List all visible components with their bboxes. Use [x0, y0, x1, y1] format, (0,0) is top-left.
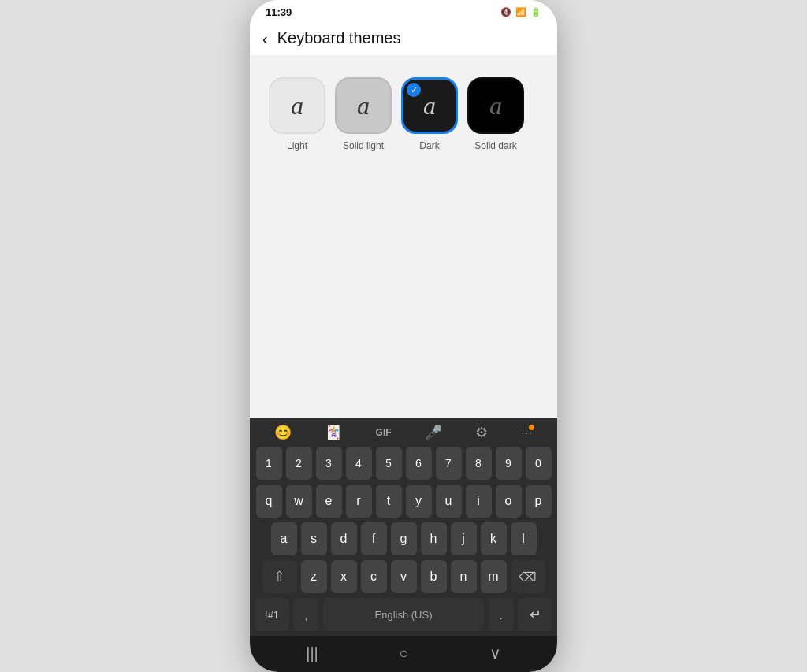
theme-item-solid-light[interactable]: a Solid light — [335, 77, 392, 151]
theme-letter-solid-light: a — [357, 91, 370, 121]
header: ‹ Keyboard themes — [250, 21, 557, 55]
comma-key[interactable]: , — [293, 598, 319, 631]
theme-letter-solid-dark: a — [489, 91, 502, 121]
backspace-key[interactable]: ⌫ — [511, 560, 545, 593]
signal-icon: 🔇 — [500, 7, 511, 17]
key-m[interactable]: m — [481, 560, 507, 593]
enter-key[interactable]: ↵ — [518, 598, 552, 631]
status-bar: 11:39 🔇 📶 🔋 — [250, 0, 557, 21]
sticker-icon[interactable]: 🃏 — [325, 424, 342, 441]
key-p[interactable]: p — [526, 485, 552, 518]
theme-label-solid-light: Solid light — [343, 140, 384, 151]
theme-preview-light: a — [269, 77, 325, 134]
key-z[interactable]: z — [301, 560, 327, 593]
key-s[interactable]: s — [301, 522, 327, 555]
key-e[interactable]: e — [316, 485, 342, 518]
page-title: Keyboard themes — [277, 29, 401, 47]
theme-preview-dark: ✓ a — [401, 77, 458, 134]
key-x[interactable]: x — [331, 560, 357, 593]
key-3[interactable]: 3 — [316, 447, 342, 480]
voice-icon[interactable]: 🎤 — [425, 424, 442, 441]
space-row: !#1 , English (US) . ↵ — [250, 596, 557, 636]
key-t[interactable]: t — [376, 485, 402, 518]
key-0[interactable]: 0 — [526, 447, 552, 480]
key-h[interactable]: h — [421, 522, 447, 555]
gif-icon[interactable]: GIF — [376, 427, 392, 438]
nav-bar: ||| ○ ∨ — [250, 636, 557, 672]
theme-letter-dark: a — [423, 91, 436, 121]
key-9[interactable]: 9 — [496, 447, 522, 480]
status-icons: 🔇 📶 🔋 — [500, 7, 541, 17]
key-1[interactable]: 1 — [256, 447, 282, 480]
theme-item-light[interactable]: a Light — [269, 77, 325, 151]
key-7[interactable]: 7 — [436, 447, 462, 480]
recent-apps-icon[interactable]: ||| — [306, 644, 318, 663]
key-r[interactable]: r — [346, 485, 372, 518]
key-d[interactable]: d — [331, 522, 357, 555]
theme-letter-light: a — [291, 91, 303, 121]
shift-key[interactable]: ⇧ — [262, 560, 297, 593]
key-v[interactable]: v — [391, 560, 417, 593]
phone-frame: 11:39 🔇 📶 🔋 ‹ Keyboard themes a Light a … — [250, 0, 557, 672]
key-6[interactable]: 6 — [406, 447, 432, 480]
key-j[interactable]: j — [451, 522, 477, 555]
key-c[interactable]: c — [361, 560, 387, 593]
back-nav-icon[interactable]: ∨ — [489, 644, 501, 663]
key-n[interactable]: n — [451, 560, 477, 593]
home-icon[interactable]: ○ — [399, 644, 408, 663]
period-key[interactable]: . — [488, 598, 514, 631]
key-2[interactable]: 2 — [286, 447, 312, 480]
theme-label-dark: Dark — [419, 140, 439, 151]
battery-icon: 🔋 — [530, 7, 541, 17]
space-key[interactable]: English (US) — [323, 598, 484, 631]
key-y[interactable]: y — [406, 485, 432, 518]
key-8[interactable]: 8 — [466, 447, 492, 480]
key-g[interactable]: g — [391, 522, 417, 555]
selected-checkmark: ✓ — [407, 83, 421, 97]
key-u[interactable]: u — [436, 485, 462, 518]
theme-item-solid-dark[interactable]: a Solid dark — [467, 77, 524, 151]
theme-preview-solid-dark: a — [467, 77, 524, 134]
key-q[interactable]: q — [256, 485, 282, 518]
key-4[interactable]: 4 — [346, 447, 372, 480]
key-i[interactable]: i — [466, 485, 492, 518]
back-button[interactable]: ‹ — [262, 31, 268, 46]
settings-icon[interactable]: ⚙ — [475, 424, 488, 441]
themes-row: a Light a Solid light ✓ a Dark a — [262, 71, 545, 158]
key-5[interactable]: 5 — [376, 447, 402, 480]
key-l[interactable]: l — [511, 522, 537, 555]
keyboard-area: 😊 🃏 GIF 🎤 ⚙ ··· 1 2 3 4 5 6 7 8 9 0 q — [250, 418, 557, 636]
key-b[interactable]: b — [421, 560, 447, 593]
z-row: ⇧ z x c v b n m ⌫ — [250, 558, 557, 596]
wifi-icon: 📶 — [515, 7, 526, 17]
key-a[interactable]: a — [271, 522, 297, 555]
keyboard-toolbar: 😊 🃏 GIF 🎤 ⚙ ··· — [250, 418, 557, 444]
key-w[interactable]: w — [286, 485, 312, 518]
sym-key[interactable]: !#1 — [255, 598, 289, 631]
theme-label-solid-dark: Solid dark — [474, 140, 516, 151]
a-row: a s d f g h j k l — [250, 520, 557, 558]
key-k[interactable]: k — [481, 522, 507, 555]
orange-dot-indicator — [529, 425, 534, 430]
theme-preview-solid-light: a — [335, 77, 392, 134]
key-o[interactable]: o — [496, 485, 522, 518]
theme-content: a Light a Solid light ✓ a Dark a — [250, 55, 557, 418]
q-row: q w e r t y u i o p — [250, 482, 557, 520]
theme-item-dark[interactable]: ✓ a Dark — [401, 77, 458, 151]
theme-label-light: Light — [287, 140, 307, 151]
key-f[interactable]: f — [361, 522, 387, 555]
status-time: 11:39 — [266, 6, 292, 18]
number-row: 1 2 3 4 5 6 7 8 9 0 — [250, 444, 557, 482]
emoji-icon[interactable]: 😊 — [274, 424, 292, 441]
more-icon-wrap[interactable]: ··· — [521, 426, 533, 439]
